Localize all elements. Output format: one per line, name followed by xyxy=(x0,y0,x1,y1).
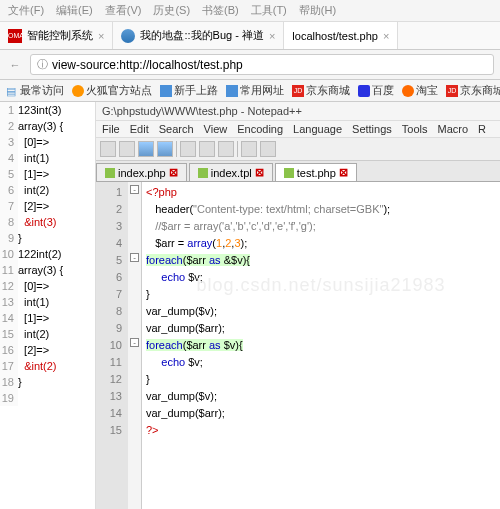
bookmark-item[interactable]: 百度 xyxy=(358,83,394,98)
code-line: //$arr = array('a','b','c','d','e','f','… xyxy=(146,218,500,235)
source-line: 6 int(2) xyxy=(0,182,95,198)
tool-saveall-icon[interactable] xyxy=(157,141,173,157)
np-menu-item[interactable]: View xyxy=(204,123,228,135)
source-line: 11array(3) { xyxy=(0,262,95,278)
bookmark-icon xyxy=(358,85,370,97)
source-line: 19 xyxy=(0,390,95,406)
close-icon[interactable]: ⊠ xyxy=(169,166,178,179)
menu-item[interactable]: 工具(T) xyxy=(251,3,287,18)
browser-tab[interactable]: 我的地盘::我的Bug - 禅道× xyxy=(113,22,284,49)
code-line: var_dump($arr); xyxy=(146,320,500,337)
browser-tab[interactable]: OMATE智能控制系统× xyxy=(0,22,113,49)
source-line: 13 int(1) xyxy=(0,294,95,310)
notepad-toolbar xyxy=(96,138,500,161)
info-icon: ⓘ xyxy=(37,57,48,72)
np-menu-item[interactable]: File xyxy=(102,123,120,135)
url-box[interactable]: ⓘ xyxy=(30,54,494,75)
code-line: $arr = array(1,2,3); xyxy=(146,235,500,252)
tool-cut-icon[interactable] xyxy=(180,141,196,157)
close-icon[interactable]: ⊠ xyxy=(339,166,348,179)
code-line: var_dump($arr); xyxy=(146,405,500,422)
back-button[interactable]: ← xyxy=(6,56,24,74)
code-line: echo $v; xyxy=(146,269,500,286)
np-menu-item[interactable]: Edit xyxy=(130,123,149,135)
tab-title: localhost/test.php xyxy=(292,30,378,42)
file-tab[interactable]: index.php⊠ xyxy=(96,163,187,181)
bookmark-item[interactable]: JD京东商城 xyxy=(292,83,350,98)
np-menu-item[interactable]: Encoding xyxy=(237,123,283,135)
code-line: ?> xyxy=(146,422,500,439)
fold-gutter: - - - xyxy=(128,182,142,509)
code-line: } xyxy=(146,371,500,388)
menu-item[interactable]: 文件(F) xyxy=(8,3,44,18)
browser-tabs: OMATE智能控制系统×我的地盘::我的Bug - 禅道×localhost/t… xyxy=(0,22,500,50)
bookmark-item[interactable]: JD京东商城 xyxy=(446,83,500,98)
notepad-title: G:\phpstudy\WWW\test.php - Notepad++ xyxy=(96,102,500,121)
menu-item[interactable]: 编辑(E) xyxy=(56,3,93,18)
bookmark-item[interactable]: 常用网址 xyxy=(226,83,284,98)
code-line: foreach($arr as &$v){ xyxy=(146,252,500,269)
file-tab[interactable]: index.tpl⊠ xyxy=(189,163,273,181)
file-icon xyxy=(198,168,208,178)
source-line: 1123int(3) xyxy=(0,102,95,118)
tab-title: 智能控制系统 xyxy=(27,28,93,43)
notepad-panel: G:\phpstudy\WWW\test.php - Notepad++ Fil… xyxy=(96,102,500,509)
source-line: 3 [0]=> xyxy=(0,134,95,150)
view-source-panel: 1123int(3)2array(3) {3 [0]=>4 int(1)5 [1… xyxy=(0,102,96,509)
np-menu-item[interactable]: Settings xyxy=(352,123,392,135)
browser-tab[interactable]: localhost/test.php× xyxy=(284,22,398,49)
fold-marker[interactable]: - xyxy=(130,253,139,262)
toolbar-sep xyxy=(176,141,177,157)
np-menu-item[interactable]: Macro xyxy=(437,123,468,135)
fold-marker[interactable]: - xyxy=(130,185,139,194)
bookmark-item[interactable]: ▤最常访问 xyxy=(6,83,64,98)
np-menu-item[interactable]: Language xyxy=(293,123,342,135)
source-line: 17 &int(2) xyxy=(0,358,95,374)
close-icon[interactable]: × xyxy=(383,30,389,42)
source-line: 10122int(2) xyxy=(0,246,95,262)
notepad-menubar: FileEditSearchViewEncodingLanguageSettin… xyxy=(96,121,500,138)
tool-new-icon[interactable] xyxy=(100,141,116,157)
browser-menubar: 文件(F)编辑(E)查看(V)历史(S)书签(B)工具(T)帮助(H) xyxy=(0,0,500,22)
bookmark-item[interactable]: 火狐官方站点 xyxy=(72,83,152,98)
tool-open-icon[interactable] xyxy=(119,141,135,157)
code-line: header("Content-type: text/html; charset… xyxy=(146,201,500,218)
source-line: 14 [1]=> xyxy=(0,310,95,326)
fold-marker[interactable]: - xyxy=(130,338,139,347)
code-editor[interactable]: 123456789101112131415 - - - blog.csdn.ne… xyxy=(96,182,500,509)
bookmark-icon: JD xyxy=(446,85,458,97)
file-icon xyxy=(105,168,115,178)
favicon: OMATE xyxy=(8,29,22,43)
source-line: 18} xyxy=(0,374,95,390)
close-icon[interactable]: × xyxy=(269,30,275,42)
bookmark-item[interactable]: 淘宝 xyxy=(402,83,438,98)
close-icon[interactable]: × xyxy=(98,30,104,42)
bookmark-icon xyxy=(402,85,414,97)
bookmark-icon xyxy=(72,85,84,97)
code-line: echo $v; xyxy=(146,354,500,371)
address-bar: ← ⓘ xyxy=(0,50,500,80)
line-gutter: 123456789101112131415 xyxy=(96,182,128,509)
menu-item[interactable]: 帮助(H) xyxy=(299,3,336,18)
code-line: <?php xyxy=(146,184,500,201)
tool-paste-icon[interactable] xyxy=(218,141,234,157)
np-menu-item[interactable]: Search xyxy=(159,123,194,135)
bookmark-item[interactable]: 新手上路 xyxy=(160,83,218,98)
close-icon[interactable]: ⊠ xyxy=(255,166,264,179)
np-menu-item[interactable]: Tools xyxy=(402,123,428,135)
tool-save-icon[interactable] xyxy=(138,141,154,157)
tool-redo-icon[interactable] xyxy=(260,141,276,157)
menu-item[interactable]: 查看(V) xyxy=(105,3,142,18)
menu-item[interactable]: 历史(S) xyxy=(153,3,190,18)
bookmark-icon: JD xyxy=(292,85,304,97)
file-tab[interactable]: test.php⊠ xyxy=(275,163,357,181)
source-line: 16 [2]=> xyxy=(0,342,95,358)
code-area[interactable]: blog.csdn.net/sunsijia21983 <?php header… xyxy=(142,182,500,509)
tool-copy-icon[interactable] xyxy=(199,141,215,157)
np-menu-item[interactable]: R xyxy=(478,123,486,135)
tool-undo-icon[interactable] xyxy=(241,141,257,157)
source-line: 7 [2]=> xyxy=(0,198,95,214)
code-line: var_dump($v); xyxy=(146,388,500,405)
menu-item[interactable]: 书签(B) xyxy=(202,3,239,18)
url-input[interactable] xyxy=(52,58,487,72)
